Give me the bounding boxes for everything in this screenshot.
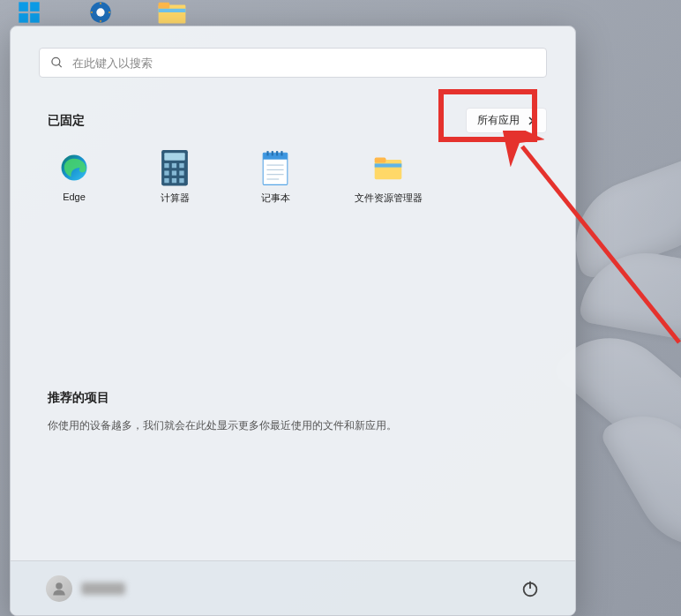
svg-rect-13 [164,153,184,161]
app-label: 计算器 [161,192,190,205]
svg-point-36 [56,582,63,590]
app-label: 记事本 [261,192,290,205]
svg-rect-2 [19,13,28,22]
svg-rect-16 [179,163,183,168]
start-menu-footer [11,560,575,615]
start-menu-panel: 已固定 所有应用 Edge [10,26,576,616]
svg-rect-34 [375,157,386,162]
svg-rect-20 [164,178,168,183]
pinned-apps-grid: Edge 计算器 [39,153,547,205]
svg-rect-26 [272,151,273,155]
recommended-section: 推荐的项目 你使用的设备越多，我们就会在此处显示更多你最近使用的文件和新应用。 [11,390,575,433]
svg-point-9 [52,57,60,65]
app-label: 文件资源管理器 [355,192,423,205]
notepad-icon [260,153,290,183]
search-input[interactable] [72,56,535,70]
svg-rect-27 [276,151,278,155]
app-notepad[interactable]: 记事本 [247,153,303,205]
search-bar[interactable] [39,48,547,78]
user-name-redacted [81,582,125,595]
app-file-explorer[interactable]: 文件资源管理器 [348,153,429,205]
start-icon[interactable] [9,0,49,25]
svg-line-10 [59,64,62,67]
svg-rect-7 [159,3,170,9]
search-icon [50,56,64,70]
svg-rect-19 [179,170,183,175]
svg-rect-18 [172,170,176,175]
calculator-icon [160,153,190,183]
svg-rect-35 [375,163,402,167]
pinned-section: 已固定 所有应用 Edge [11,108,575,205]
svg-rect-21 [172,178,176,183]
svg-rect-0 [19,2,28,11]
chevron-right-icon [527,116,535,125]
svg-rect-28 [281,151,282,155]
svg-rect-22 [179,178,183,183]
all-apps-button[interactable]: 所有应用 [466,108,547,133]
recommended-empty-text: 你使用的设备越多，我们就会在此处显示更多你最近使用的文件和新应用。 [39,418,547,433]
svg-rect-24 [263,153,288,159]
svg-point-5 [96,8,104,16]
svg-rect-8 [159,9,186,12]
pinned-title: 已固定 [39,113,85,129]
all-apps-label: 所有应用 [477,113,520,128]
svg-rect-14 [164,163,168,168]
user-profile-button[interactable] [46,575,125,602]
power-button[interactable] [520,579,540,598]
svg-rect-25 [266,151,268,155]
edge-icon [59,153,89,183]
settings-icon[interactable] [80,0,121,25]
svg-rect-17 [164,170,168,175]
svg-rect-3 [30,13,40,22]
svg-rect-1 [30,2,40,11]
app-calculator[interactable]: 计算器 [146,153,203,205]
explorer-icon[interactable] [152,0,192,25]
app-edge[interactable]: Edge [46,153,102,205]
file-explorer-icon [373,153,403,183]
desktop-taskbar-peek [0,0,192,25]
recommended-title: 推荐的项目 [39,390,109,406]
app-label: Edge [63,192,86,202]
user-avatar-icon [46,575,72,602]
svg-rect-15 [172,163,176,168]
